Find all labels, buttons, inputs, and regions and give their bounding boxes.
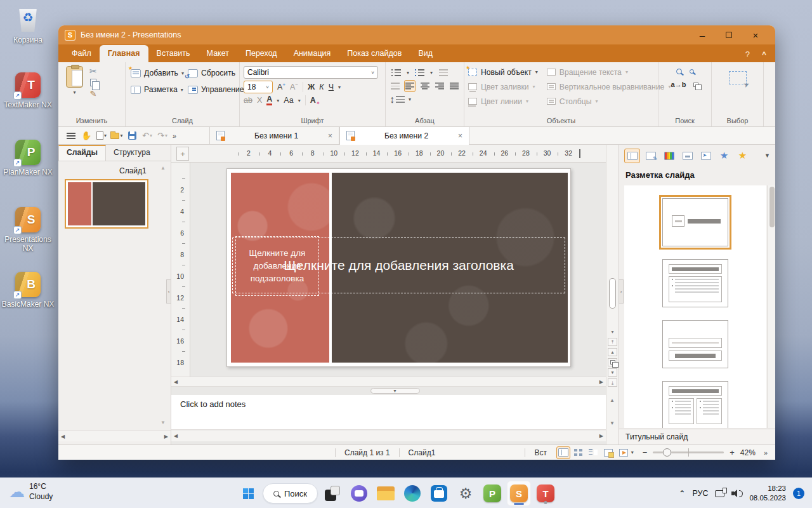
tray-overflow-icon[interactable]: ⌃ xyxy=(679,489,685,498)
align-left-button[interactable] xyxy=(404,80,415,92)
paste-button[interactable] xyxy=(66,66,83,88)
zoom-in-button[interactable]: + xyxy=(730,448,735,457)
collapse-sidebar-handle[interactable]: › xyxy=(619,279,624,304)
chevron-down-icon[interactable]: ▾ xyxy=(631,450,634,455)
taskbar-search[interactable]: Поиск xyxy=(263,483,318,504)
slideshow-button[interactable] xyxy=(617,446,631,459)
slide-overview-button[interactable] xyxy=(608,358,617,366)
edge-button[interactable] xyxy=(400,481,424,506)
close-button[interactable]: × xyxy=(742,26,769,44)
slide-animations-tool[interactable]: ★ xyxy=(735,149,750,163)
slide-design-tool[interactable] xyxy=(643,149,658,163)
indent-less-button[interactable] xyxy=(390,80,400,92)
tab-file[interactable]: Файл xyxy=(63,45,100,62)
zoom-slider-thumb[interactable] xyxy=(663,448,671,457)
object-animations-tool[interactable]: ★ xyxy=(716,149,732,163)
canvas-vscrollbar[interactable]: ▼ ⤒ ▲ ▼ ⤓ ▲ ▼ xyxy=(606,145,619,444)
tab-animation[interactable]: Анимация xyxy=(285,45,339,62)
chevron-down-icon[interactable]: ▾ xyxy=(407,70,409,76)
fill-color-button[interactable]: Цвет заливки ▾ xyxy=(468,81,538,93)
vertical-alignment-button[interactable]: Вертикальное выравнивание ▾ xyxy=(547,81,671,93)
scroll-up-icon[interactable]: ▲ xyxy=(160,165,166,171)
slide-canvas[interactable]: Щелкните для добавления подзаголовка Щел… xyxy=(226,168,571,367)
scroll-down-icon[interactable]: ▼ xyxy=(608,328,617,336)
taskbar-presentations[interactable]: S xyxy=(507,481,531,506)
collapse-ribbon-icon[interactable]: ^ xyxy=(762,50,766,59)
notes-view-button[interactable] xyxy=(601,446,615,459)
zoom-level[interactable]: 42% xyxy=(740,448,756,457)
last-slide-button[interactable]: ⤓ xyxy=(608,378,617,387)
cut-icon[interactable]: ✂ xyxy=(89,66,97,76)
color-scheme-tool[interactable] xyxy=(661,149,677,163)
save-button[interactable] xyxy=(124,129,140,143)
layout-list-scrollbar[interactable] xyxy=(767,185,775,428)
tab-outline[interactable]: Структура xyxy=(106,145,158,161)
chevron-down-icon[interactable]: ▾ xyxy=(277,98,279,104)
file-explorer-button[interactable] xyxy=(374,481,398,506)
close-tab-icon[interactable]: × xyxy=(328,131,332,140)
tab-layout[interactable]: Макет xyxy=(199,45,237,62)
scroll-right-icon[interactable]: ▶ xyxy=(599,433,603,439)
paste-dropdown-icon[interactable]: ▾ xyxy=(73,90,75,95)
desktop-icon-planmaker[interactable]: P ↗ PlanMaker NX xyxy=(1,140,55,177)
chat-button[interactable] xyxy=(347,481,371,506)
scroll-down-icon[interactable]: ▼ xyxy=(160,420,166,425)
line-color-button[interactable]: Цвет линии ▾ xyxy=(468,95,538,107)
start-button[interactable] xyxy=(236,481,260,506)
undo-button[interactable]: ↶▾ xyxy=(140,129,155,143)
normal-view-button[interactable] xyxy=(556,446,570,459)
tab-insert[interactable]: Вставить xyxy=(148,45,199,62)
notes-hscrollbar[interactable]: ◀ ▶ xyxy=(171,431,606,441)
help-icon[interactable]: ? xyxy=(745,50,750,59)
titlebar[interactable]: S Без имени 2 - Presentations – × xyxy=(58,25,775,44)
desktop-icon-basicmaker[interactable]: B ↗ BasicMaker NX xyxy=(1,272,55,309)
document-tab-2[interactable]: Без имени 2 × xyxy=(339,127,469,145)
redo-button[interactable]: ↷▾ xyxy=(155,129,170,143)
notes-splitter-handle[interactable]: ▼ xyxy=(370,388,420,394)
slide-sorter-view-button[interactable] xyxy=(572,446,586,459)
title-placeholder[interactable]: Щелкните для добавления заголовка xyxy=(232,237,565,293)
clock[interactable]: 18:23 08.05.2023 xyxy=(749,484,786,503)
notes-scroll-up-icon[interactable]: ▲ xyxy=(610,398,615,403)
notes-area[interactable]: Click to add notes xyxy=(171,395,606,430)
master-slide-tool[interactable] xyxy=(679,149,695,163)
outline-view-button[interactable] xyxy=(586,446,600,459)
zoom-out-button[interactable]: − xyxy=(643,448,648,457)
strikethrough-button[interactable]: ab xyxy=(244,96,252,105)
chevron-down-icon[interactable]: ▾ xyxy=(338,84,341,90)
shrink-font-button[interactable]: A− xyxy=(290,83,298,91)
open-button[interactable]: ▾ xyxy=(109,129,124,143)
character-format-button[interactable]: A xyxy=(310,96,316,105)
replace-icon[interactable]: a→b xyxy=(671,81,686,88)
toolbar-overflow-icon[interactable]: » xyxy=(173,132,176,140)
copy-icon[interactable] xyxy=(90,79,96,86)
desktop-icon-presentations[interactable]: S ↗ Presentations NX xyxy=(1,207,55,253)
touch-mode-button[interactable]: ✋ xyxy=(79,129,94,143)
new-object-button[interactable]: Новый объект ▾ xyxy=(468,66,538,78)
desktop-icon-recycle-bin[interactable]: ♻ Корзина xyxy=(1,6,55,44)
bold-button[interactable]: Ж xyxy=(308,83,315,91)
scrollbar-thumb[interactable] xyxy=(769,187,775,227)
goto-slide-icon[interactable] xyxy=(693,83,698,87)
tab-slides[interactable]: Слайды xyxy=(58,145,106,161)
language-indicator[interactable]: РУС xyxy=(692,489,708,498)
chevron-down-icon[interactable]: ▾ xyxy=(409,97,411,102)
italic-button[interactable]: К xyxy=(319,83,324,91)
desktop-icon-textmaker[interactable]: T ↗ TextMaker NX xyxy=(1,72,55,109)
chevron-down-icon[interactable]: ▾ xyxy=(298,98,301,104)
notes-scroll-down-icon[interactable]: ▼ xyxy=(610,420,615,426)
add-slide-button[interactable]: Добавить ▾ xyxy=(129,66,185,80)
indent-more-button[interactable] xyxy=(436,67,450,79)
scroll-right-icon[interactable]: ▶ xyxy=(164,434,168,439)
change-case-button[interactable]: Аа xyxy=(284,96,293,105)
grow-font-button[interactable]: A+ xyxy=(277,83,285,91)
collapse-slides-panel-handle[interactable]: ‹ xyxy=(166,279,171,304)
layout-option-title-content[interactable] xyxy=(662,259,728,307)
widgets-button[interactable] xyxy=(320,481,344,506)
text-rotation-button[interactable]: Вращение текста ▾ xyxy=(547,66,671,78)
canvas-hscrollbar[interactable]: ◀ ▶ xyxy=(171,377,606,387)
columns-button[interactable]: Столбцы ▾ xyxy=(547,95,671,107)
chevron-down-icon[interactable]: ▾ xyxy=(430,70,433,76)
scroll-left-icon[interactable]: ◀ xyxy=(174,433,178,439)
justify-button[interactable] xyxy=(449,80,460,92)
